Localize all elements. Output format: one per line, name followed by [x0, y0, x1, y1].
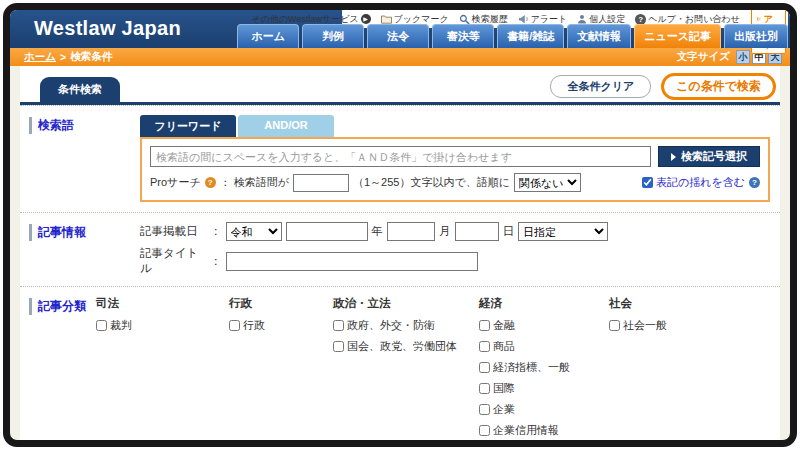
- fluctuation-checkbox-label[interactable]: 表記の揺れを含む: [642, 175, 745, 190]
- nav-tab-home[interactable]: ホーム: [237, 24, 299, 48]
- category-item-label: 行政: [243, 318, 265, 333]
- category-checkbox-item[interactable]: 社会一般: [609, 318, 729, 333]
- category-checkbox[interactable]: [479, 362, 490, 373]
- month-suffix: 月: [439, 224, 451, 239]
- category-header: 司法: [96, 296, 229, 311]
- category-checkbox-item[interactable]: 行政: [229, 318, 333, 333]
- article-title-label: 記事タイトル: [140, 246, 206, 276]
- breadcrumb-home-link[interactable]: ホーム: [24, 50, 56, 64]
- category-checkbox[interactable]: [479, 425, 490, 436]
- pro-search-mid-text: ： 検索語間が: [220, 175, 289, 190]
- publish-date-label: 記事掲載日: [140, 224, 206, 239]
- category-grid: 司法 裁判 行政 行政 政治・立法: [96, 296, 770, 444]
- category-checkbox-item[interactable]: 国会、政党、労働団体: [333, 339, 479, 354]
- year-input[interactable]: [286, 222, 368, 241]
- breadcrumb-bar: ホーム > 検索条件 文字サイズ 小 中 大: [10, 48, 790, 66]
- article-category-label: 記事分類: [29, 298, 86, 315]
- question-circle-icon: [635, 14, 646, 25]
- fluctuation-checkbox[interactable]: [642, 177, 653, 188]
- category-checkbox-item[interactable]: 裁判: [96, 318, 229, 333]
- category-checkbox-item[interactable]: 金融: [479, 318, 609, 333]
- category-checkbox[interactable]: [96, 320, 107, 331]
- nav-tab-laws[interactable]: 法令: [367, 24, 429, 48]
- condition-search-tab[interactable]: 条件検索: [40, 77, 120, 102]
- date-type-select[interactable]: 日指定: [518, 222, 608, 241]
- category-checkbox[interactable]: [333, 341, 344, 352]
- tab-and-or[interactable]: AND/OR: [238, 115, 334, 137]
- category-column-administration: 行政 行政: [229, 296, 333, 444]
- panel-toolbar: 条件検索 全条件クリア この条件で検索: [20, 66, 780, 105]
- tab-freeword[interactable]: フリーワード: [140, 115, 236, 137]
- nav-tab-rulings[interactable]: 審決等: [432, 24, 494, 48]
- person-icon: [577, 14, 587, 24]
- search-mode-tabs: フリーワード AND/OR: [140, 115, 770, 137]
- fluctuation-text: 表記の揺れを含む: [656, 175, 745, 190]
- category-checkbox-item[interactable]: 国際: [479, 381, 609, 396]
- category-item-label: 金融: [493, 318, 515, 333]
- search-term-section: 検索語 フリーワード AND/OR 検索記号選択 P: [20, 105, 780, 212]
- category-checkbox[interactable]: [609, 320, 620, 331]
- main-nav: ホーム 判例 法令 審決等 書籍/雑誌 文献情報 ニュース記事 出版社別: [237, 24, 788, 48]
- category-checkbox[interactable]: [479, 404, 490, 415]
- category-item-label: 社会一般: [623, 318, 667, 333]
- category-item-label: 企業信用情報: [493, 423, 559, 438]
- bookmark-folder-icon: [381, 14, 392, 24]
- breadcrumb-separator: >: [60, 51, 66, 63]
- day-input[interactable]: [455, 222, 499, 241]
- category-column-politics: 政治・立法 政府、外交・防衛 国会、政党、労働団体: [333, 296, 479, 444]
- category-checkbox-item[interactable]: 企業: [479, 402, 609, 417]
- category-item-label: 商品: [493, 339, 515, 354]
- fluctuation-help-icon[interactable]: [749, 177, 760, 188]
- category-checkbox[interactable]: [479, 383, 490, 394]
- article-category-section: 記事分類 司法 裁判 行政 行政: [20, 286, 780, 447]
- month-input[interactable]: [387, 222, 435, 241]
- word-order-select[interactable]: 関係ない: [514, 173, 581, 192]
- category-header: 政治・立法: [333, 296, 479, 311]
- nav-tab-literature[interactable]: 文献情報: [567, 24, 631, 48]
- search-with-conditions-button[interactable]: この条件で検索: [661, 73, 776, 100]
- magnifier-icon: [459, 14, 470, 25]
- pro-search-help-icon[interactable]: [205, 177, 216, 188]
- category-checkbox-item[interactable]: 企業信用情報: [479, 423, 609, 438]
- search-term-label: 検索語: [29, 117, 74, 134]
- category-checkbox[interactable]: [479, 341, 490, 352]
- word-distance-input[interactable]: [293, 174, 349, 192]
- category-header: 行政: [229, 296, 333, 311]
- era-select[interactable]: 令和: [226, 222, 282, 241]
- category-checkbox[interactable]: [229, 320, 240, 331]
- colon: ：: [210, 224, 222, 239]
- category-checkbox-item[interactable]: 商品: [479, 339, 609, 354]
- font-size-small-button[interactable]: 小: [736, 50, 750, 64]
- section-label: 検索語: [20, 115, 140, 202]
- category-column-society: 社会 社会一般: [609, 296, 729, 444]
- category-item-label: 経済指標、一般: [493, 360, 570, 375]
- circle-arrow-icon: [361, 14, 371, 24]
- search-symbol-select-button[interactable]: 検索記号選択: [658, 146, 760, 167]
- category-item-label: 政府、外交・防衛: [347, 318, 435, 333]
- nav-tab-books-magazines[interactable]: 書籍/雑誌: [497, 24, 564, 48]
- article-info-label: 記事情報: [29, 224, 86, 241]
- category-checkbox-item[interactable]: 経済指標、一般: [479, 360, 609, 375]
- browser-window: Westlaw Japan その他のWestlawサービス ブックマーク 検索履…: [3, 3, 797, 447]
- category-item-label: 国際: [493, 381, 515, 396]
- pro-search-label: Proサーチ: [150, 175, 201, 190]
- app-header: Westlaw Japan その他のWestlawサービス ブックマーク 検索履…: [10, 10, 790, 48]
- font-size-label: 文字サイズ: [677, 50, 730, 64]
- category-checkbox[interactable]: [479, 320, 490, 331]
- nav-tab-cases[interactable]: 判例: [302, 24, 364, 48]
- category-item-label: 国会、政党、労働団体: [347, 339, 457, 354]
- keyword-box: 検索記号選択 Proサーチ ： 検索語間が （1～255）文字以内で、語順に 関…: [140, 137, 770, 202]
- keyword-input[interactable]: [150, 146, 651, 167]
- category-checkbox-item[interactable]: 政府、外交・防衛: [333, 318, 479, 333]
- nav-tab-news-articles[interactable]: ニュース記事: [634, 24, 721, 48]
- category-header: 社会: [609, 296, 729, 311]
- category-header: 経済: [479, 296, 609, 311]
- megaphone-icon: [518, 14, 529, 24]
- nav-tab-publishers[interactable]: 出版社別: [724, 24, 788, 48]
- category-checkbox[interactable]: [333, 320, 344, 331]
- search-symbol-label: 検索記号選択: [681, 149, 747, 164]
- clear-all-conditions-button[interactable]: 全条件クリア: [550, 75, 651, 98]
- article-title-input[interactable]: [226, 252, 478, 271]
- category-column-judicial: 司法 裁判: [96, 296, 229, 444]
- app-logo[interactable]: Westlaw Japan: [34, 17, 181, 40]
